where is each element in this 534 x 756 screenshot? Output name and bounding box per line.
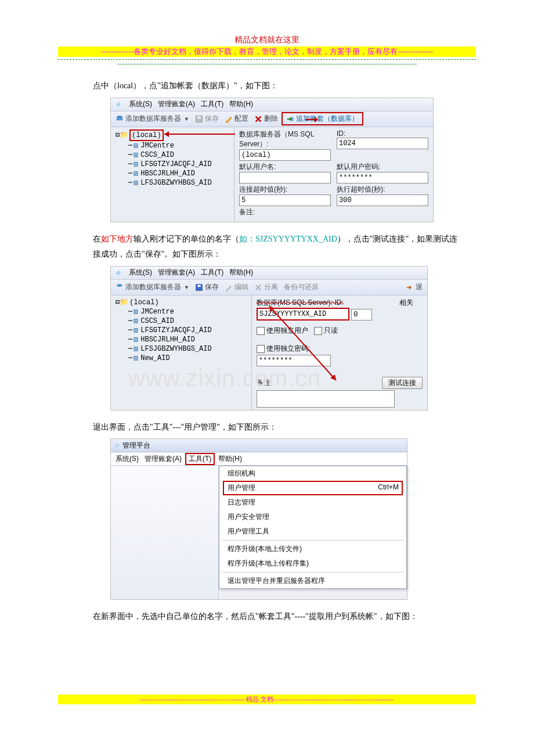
menu-upgrade-file[interactable]: 程序升级(本地上传文件)	[219, 542, 406, 556]
append-icon	[286, 115, 294, 123]
add-server-button[interactable]: 添加数据库服务器▼	[113, 282, 192, 293]
user-input[interactable]	[239, 172, 331, 183]
tree-item[interactable]: ⋯▤LFSJGBZWYHBGS_AID	[128, 178, 232, 188]
tree-root[interactable]: ⊟📁(local)	[116, 298, 249, 307]
menu-accounts[interactable]: 管理账套(A)	[142, 454, 184, 464]
svg-rect-7	[197, 285, 200, 287]
indep-user-label: 使用独立用户	[266, 326, 308, 334]
menu-tools[interactable]: 工具(T)	[185, 453, 215, 465]
paragraph-3: 退出界面，点击"工具"---"用户管理"，如下图所示：	[93, 420, 464, 435]
left-panel-3	[111, 466, 219, 599]
tree-root[interactable]: ⊟📁(local)	[116, 129, 232, 141]
exec-timeout-input[interactable]: 300	[337, 195, 428, 206]
tree-item[interactable]: ⋯▤LFSGTZYJACQFJ_AID	[128, 160, 232, 169]
detach-button[interactable]: 分离	[252, 282, 280, 293]
password-label: 默认用户密码:	[337, 162, 428, 172]
menu-accounts[interactable]: 管理账套(A)	[156, 268, 197, 278]
id-label: ID:	[337, 129, 428, 138]
menu-system[interactable]: 系统(S)	[127, 99, 154, 109]
remark-input[interactable]	[257, 390, 395, 408]
remark-label: 备注:	[239, 207, 331, 217]
menubar-2: ⁘ 系统(S) 管理账套(A) 工具(T) 帮助(H)	[111, 267, 427, 280]
menubar-1: ⁘ 系统(S) 管理账套(A) 工具(T) 帮助(H)	[111, 98, 433, 111]
save-button[interactable]: 保存	[193, 113, 221, 124]
menu-help[interactable]: 帮助(H)	[227, 99, 255, 109]
db-icon	[116, 115, 124, 123]
indep-user-checkbox[interactable]	[257, 327, 265, 335]
screenshot-3: ⁘ 管理平台 系统(S) 管理账套(A) 工具(T) 帮助(H) 组织机构 用户…	[110, 438, 407, 600]
header-title: 精品文档就在这里	[58, 35, 476, 45]
password-input[interactable]: ********	[337, 172, 428, 183]
backup-button[interactable]: 备份与还原	[282, 282, 321, 293]
menu-user-mgmt[interactable]: 用户管理 Ctrl+M	[223, 481, 403, 495]
tools-dropdown-menu: 组织机构 用户管理 Ctrl+M 日志管理 用户安全管理 用户管理工具 程序升级…	[219, 466, 407, 589]
menu-help[interactable]: 帮助(H)	[227, 268, 255, 278]
server-tree-2: ⊟📁(local) ⋯▤JMCentre ⋯▤CSCS_AID ⋯▤LFSGTZ…	[111, 296, 252, 410]
app-icon: ⁘	[113, 100, 123, 109]
user-label: 默认用户名:	[239, 162, 331, 172]
menu-org[interactable]: 组织机构	[219, 466, 406, 481]
tree-item[interactable]: ⋯▤CSCS_AID	[128, 316, 249, 326]
app-icon: ⁘	[113, 269, 123, 277]
readonly-checkbox[interactable]	[314, 327, 322, 335]
server-label: 数据库服务器（MS SQL Server）:	[239, 129, 331, 149]
tree-item[interactable]: ⋯▤JMCentre	[128, 141, 232, 150]
indep-pwd-label: 使用独立密码:	[266, 344, 310, 352]
menu-system[interactable]: 系统(S)	[113, 454, 141, 464]
form-1: 数据库服务器（MS SQL Server）: (local) ID: 1024 …	[234, 127, 433, 222]
header-separator: ----------------------------------------…	[58, 59, 476, 67]
paragraph-4: 在新界面中，先选中自己单位的名字，然后点"帐套工具"----"提取用户到系统帐"…	[93, 609, 464, 625]
menu-separator	[222, 572, 404, 573]
shortcut-label: Ctrl+M	[378, 483, 399, 491]
menu-log[interactable]: 日志管理	[219, 495, 406, 510]
exit-button[interactable]: 退	[403, 282, 425, 293]
delete-button[interactable]: 删除	[252, 113, 280, 124]
menu-exit-restart[interactable]: 退出管理平台并重启服务器程序	[219, 574, 406, 588]
indep-pwd-input[interactable]: ********	[257, 355, 331, 366]
menu-tools[interactable]: 工具(T)	[199, 268, 226, 278]
menu-separator	[222, 540, 404, 541]
menu-accounts[interactable]: 管理账套(A)	[156, 99, 197, 109]
id-input-2[interactable]: 0	[351, 309, 372, 321]
screenshot-2: ⁘ 系统(S) 管理账套(A) 工具(T) 帮助(H) 添加数据库服务器▼ 保存…	[110, 266, 428, 411]
related-label: 相关	[399, 298, 423, 308]
footer: ----------------------------------------…	[58, 694, 476, 704]
config-button[interactable]: 配置	[222, 113, 251, 124]
save-icon	[195, 115, 203, 123]
menu-tools[interactable]: 工具(T)	[199, 99, 226, 109]
exec-timeout-label: 执行超时值(秒):	[337, 185, 428, 195]
server-input[interactable]: (local)	[239, 149, 331, 161]
menu-upgrade-set[interactable]: 程序升级(本地上传程序集)	[219, 556, 406, 571]
menu-security[interactable]: 用户安全管理	[219, 510, 406, 524]
id-input[interactable]: 1024	[337, 138, 428, 149]
tree-item[interactable]: ⋯▤New_AID	[128, 354, 249, 363]
conn-timeout-input[interactable]: 5	[239, 195, 331, 206]
append-account-button[interactable]: 追加账套（数据库）	[282, 112, 363, 125]
svg-rect-4	[291, 117, 294, 121]
readonly-label: 只读	[324, 326, 338, 334]
tree-item[interactable]: ⋯▤CSCS_AID	[128, 150, 232, 160]
menu-help[interactable]: 帮助(H)	[216, 454, 244, 464]
conn-timeout-label: 连接超时值(秒):	[239, 185, 331, 195]
db-input[interactable]: SJZSYYYYTYXX_AID	[257, 308, 349, 321]
tree-item[interactable]: ⋯▤HBSCJRLHH_AID	[128, 335, 249, 344]
tree-item[interactable]: ⋯▤JMCentre	[128, 307, 249, 316]
svg-rect-3	[197, 116, 200, 118]
tree-item[interactable]: ⋯▤LFSJGBZWYHBGS_AID	[128, 344, 249, 354]
svg-point-5	[117, 285, 122, 287]
form-2: 数据库(MS SQL Server): ID: SJZSYYYYTYXX_AID…	[252, 296, 427, 410]
remark-label-2: 备注:	[257, 378, 272, 388]
menu-user-tool[interactable]: 用户管理工具	[219, 524, 406, 539]
tree-item[interactable]: ⋯▤HBSCJRLHH_AID	[128, 169, 232, 178]
svg-rect-1	[117, 117, 122, 120]
menu-system[interactable]: 系统(S)	[127, 268, 154, 278]
add-server-button[interactable]: 添加数据库服务器▼	[113, 113, 192, 124]
save-icon	[195, 283, 203, 291]
screenshot-1: ⁘ 系统(S) 管理账套(A) 工具(T) 帮助(H) 添加数据库服务器▼ 保存…	[110, 98, 434, 222]
delete-icon	[254, 115, 262, 123]
tree-item[interactable]: ⋯▤LFSGTZYJACQFJ_AID	[128, 326, 249, 335]
indep-pwd-checkbox[interactable]	[257, 345, 265, 353]
save-button[interactable]: 保存	[193, 282, 221, 293]
test-connection-button[interactable]: 测试连接	[382, 377, 423, 389]
edit-button[interactable]: 编辑	[222, 282, 251, 293]
